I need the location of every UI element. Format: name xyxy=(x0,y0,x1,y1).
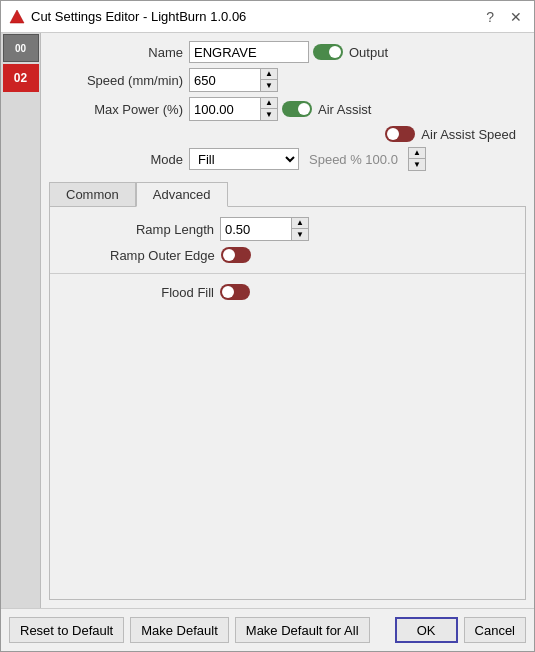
close-button[interactable]: ✕ xyxy=(506,10,526,24)
ramp-outer-edge-toggle-knob xyxy=(223,249,235,261)
tab-advanced[interactable]: Advanced xyxy=(136,182,228,207)
speed-spinner: ▲ ▼ xyxy=(189,68,278,92)
speed-percent-spinner: ▲ ▼ xyxy=(408,147,426,171)
make-default-button[interactable]: Make Default xyxy=(130,617,229,643)
tab-common[interactable]: Common xyxy=(49,182,136,207)
output-toggle-knob xyxy=(329,46,341,58)
air-assist-speed-row: Air Assist Speed xyxy=(49,126,526,142)
mode-select[interactable]: Fill Line Fill+Line xyxy=(189,148,299,170)
output-toggle[interactable] xyxy=(313,44,343,60)
ramp-length-down-button[interactable]: ▼ xyxy=(292,229,308,240)
air-assist-speed-label: Air Assist Speed xyxy=(421,127,516,142)
max-power-up-button[interactable]: ▲ xyxy=(261,98,277,109)
max-power-spinner: ▲ ▼ xyxy=(189,97,278,121)
bottom-bar: Reset to Default Make Default Make Defau… xyxy=(1,608,534,651)
tab-content-advanced: Ramp Length ▲ ▼ Ramp Outer Edge xyxy=(49,206,526,600)
main-window: Cut Settings Editor - LightBurn 1.0.06 ?… xyxy=(0,0,535,652)
cancel-button[interactable]: Cancel xyxy=(464,617,526,643)
name-label: Name xyxy=(49,45,189,60)
window-title: Cut Settings Editor - LightBurn 1.0.06 xyxy=(31,9,482,24)
main-panel: Name Output Speed (mm/min) ▲ ▼ xyxy=(41,33,534,608)
ramp-outer-edge-row: Ramp Outer Edge xyxy=(50,247,525,263)
ramp-length-spinner-btns: ▲ ▼ xyxy=(291,218,308,240)
speed-label: Speed (mm/min) xyxy=(49,73,189,88)
ramp-length-row: Ramp Length ▲ ▼ xyxy=(50,217,525,241)
speed-spinner-btns: ▲ ▼ xyxy=(260,69,277,91)
make-default-all-button[interactable]: Make Default for All xyxy=(235,617,370,643)
section-divider xyxy=(50,273,525,274)
ramp-outer-edge-label: Ramp Outer Edge xyxy=(110,248,221,263)
ramp-length-up-button[interactable]: ▲ xyxy=(292,218,308,229)
output-label: Output xyxy=(349,45,388,60)
max-power-down-button[interactable]: ▼ xyxy=(261,109,277,120)
max-power-spinner-btns: ▲ ▼ xyxy=(260,98,277,120)
tabs: Common Advanced xyxy=(49,182,526,207)
air-assist-label: Air Assist xyxy=(318,102,371,117)
air-assist-toggle[interactable] xyxy=(282,101,312,117)
layer-02-label: 02 xyxy=(14,71,27,85)
name-row: Name Output xyxy=(49,41,526,63)
name-input[interactable] xyxy=(189,41,309,63)
speed-up-button[interactable]: ▲ xyxy=(261,69,277,80)
max-power-row: Max Power (%) ▲ ▼ Air Assist xyxy=(49,97,526,121)
ramp-outer-edge-toggle[interactable] xyxy=(221,247,251,263)
title-bar: Cut Settings Editor - LightBurn 1.0.06 ?… xyxy=(1,1,534,33)
air-assist-panel: Air Assist xyxy=(282,101,371,117)
help-button[interactable]: ? xyxy=(482,10,498,24)
speed-down-button[interactable]: ▼ xyxy=(261,80,277,91)
svg-marker-0 xyxy=(10,10,24,23)
air-assist-speed-toggle-knob xyxy=(387,128,399,140)
layer-item-00[interactable]: 00 xyxy=(3,34,39,62)
max-power-label: Max Power (%) xyxy=(49,102,189,117)
ramp-length-label: Ramp Length xyxy=(110,222,220,237)
flood-fill-toggle[interactable] xyxy=(220,284,250,300)
title-controls: ? ✕ xyxy=(482,10,526,24)
flood-fill-row: Flood Fill xyxy=(50,284,525,300)
flood-fill-toggle-knob xyxy=(222,286,234,298)
content-area: 00 02 Name Output Speed (mm/min xyxy=(1,33,534,608)
speed-percent-up-button[interactable]: ▲ xyxy=(409,148,425,159)
flood-fill-label: Flood Fill xyxy=(110,285,220,300)
ok-button[interactable]: OK xyxy=(395,617,458,643)
ramp-length-input[interactable] xyxy=(221,218,291,240)
speed-percent-down-button[interactable]: ▼ xyxy=(409,159,425,170)
layer-sidebar: 00 02 xyxy=(1,33,41,608)
mode-label: Mode xyxy=(49,152,189,167)
speed-input[interactable] xyxy=(190,69,260,91)
air-assist-toggle-knob xyxy=(298,103,310,115)
app-icon xyxy=(9,9,25,25)
ramp-length-spinner: ▲ ▼ xyxy=(220,217,309,241)
layer-00-label: 00 xyxy=(15,43,26,54)
output-row: Output xyxy=(313,44,388,60)
max-power-input[interactable] xyxy=(190,98,260,120)
layer-item-02[interactable]: 02 xyxy=(3,64,39,92)
reset-to-default-button[interactable]: Reset to Default xyxy=(9,617,124,643)
mode-row: Mode Fill Line Fill+Line Speed % 100.0 ▲… xyxy=(49,147,526,171)
air-assist-speed-toggle[interactable] xyxy=(385,126,415,142)
speed-percent-label: Speed % 100.0 xyxy=(309,152,398,167)
speed-row: Speed (mm/min) ▲ ▼ xyxy=(49,68,526,92)
